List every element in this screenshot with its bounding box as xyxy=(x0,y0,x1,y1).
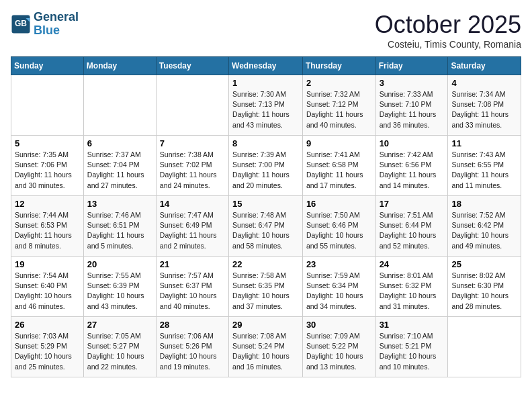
calendar-cell xyxy=(448,317,521,377)
day-number: 2 xyxy=(306,78,372,88)
day-info: Sunrise: 7:09 AM Sunset: 5:22 PM Dayligh… xyxy=(306,331,372,372)
calendar-cell: 6Sunrise: 7:37 AM Sunset: 7:04 PM Daylig… xyxy=(83,136,156,196)
day-info: Sunrise: 7:50 AM Sunset: 6:46 PM Dayligh… xyxy=(306,210,372,251)
day-info: Sunrise: 7:34 AM Sunset: 7:08 PM Dayligh… xyxy=(451,89,517,130)
logo-line2: Blue xyxy=(34,24,79,38)
calendar-cell: 31Sunrise: 7:10 AM Sunset: 5:21 PM Dayli… xyxy=(375,317,448,377)
calendar-cell: 2Sunrise: 7:32 AM Sunset: 7:12 PM Daylig… xyxy=(302,75,375,136)
weekday-header-row: SundayMondayTuesdayWednesdayThursdayFrid… xyxy=(11,57,521,75)
day-number: 28 xyxy=(160,320,225,330)
week-row-4: 19Sunrise: 7:54 AM Sunset: 6:40 PM Dayli… xyxy=(11,257,521,317)
day-number: 26 xyxy=(15,320,80,330)
week-row-2: 5Sunrise: 7:35 AM Sunset: 7:06 PM Daylig… xyxy=(11,136,521,196)
calendar-cell: 17Sunrise: 7:51 AM Sunset: 6:44 PM Dayli… xyxy=(375,196,448,257)
day-info: Sunrise: 7:37 AM Sunset: 7:04 PM Dayligh… xyxy=(87,150,152,191)
day-number: 6 xyxy=(87,138,152,148)
day-number: 15 xyxy=(232,199,299,209)
calendar-cell: 24Sunrise: 8:01 AM Sunset: 6:32 PM Dayli… xyxy=(375,257,448,317)
calendar-cell: 22Sunrise: 7:58 AM Sunset: 6:35 PM Dayli… xyxy=(229,257,303,317)
day-info: Sunrise: 7:58 AM Sunset: 6:35 PM Dayligh… xyxy=(232,271,299,312)
calendar-cell xyxy=(11,75,84,136)
day-info: Sunrise: 7:08 AM Sunset: 5:24 PM Dayligh… xyxy=(232,331,299,372)
day-info: Sunrise: 8:02 AM Sunset: 6:30 PM Dayligh… xyxy=(451,271,517,312)
calendar-table: SundayMondayTuesdayWednesdayThursdayFrid… xyxy=(11,56,521,377)
calendar-cell: 11Sunrise: 7:43 AM Sunset: 6:55 PM Dayli… xyxy=(448,136,521,196)
calendar-cell: 30Sunrise: 7:09 AM Sunset: 5:22 PM Dayli… xyxy=(302,317,375,377)
day-number: 4 xyxy=(451,78,517,88)
day-number: 16 xyxy=(306,199,372,209)
day-number: 30 xyxy=(306,320,372,330)
day-info: Sunrise: 7:48 AM Sunset: 6:47 PM Dayligh… xyxy=(232,210,299,251)
weekday-header-sunday: Sunday xyxy=(11,57,84,75)
calendar-cell: 23Sunrise: 7:59 AM Sunset: 6:34 PM Dayli… xyxy=(302,257,375,317)
calendar-cell: 12Sunrise: 7:44 AM Sunset: 6:53 PM Dayli… xyxy=(11,196,84,257)
day-number: 27 xyxy=(87,320,152,330)
calendar-cell: 8Sunrise: 7:39 AM Sunset: 7:00 PM Daylig… xyxy=(229,136,303,196)
calendar-cell: 21Sunrise: 7:57 AM Sunset: 6:37 PM Dayli… xyxy=(156,257,228,317)
day-info: Sunrise: 7:03 AM Sunset: 5:29 PM Dayligh… xyxy=(15,331,80,372)
calendar-cell: 5Sunrise: 7:35 AM Sunset: 7:06 PM Daylig… xyxy=(11,136,84,196)
day-info: Sunrise: 7:38 AM Sunset: 7:02 PM Dayligh… xyxy=(160,150,225,191)
calendar-cell: 20Sunrise: 7:55 AM Sunset: 6:39 PM Dayli… xyxy=(83,257,156,317)
day-info: Sunrise: 7:54 AM Sunset: 6:40 PM Dayligh… xyxy=(15,271,80,312)
day-number: 23 xyxy=(306,259,372,269)
day-number: 19 xyxy=(15,259,80,269)
calendar-cell: 13Sunrise: 7:46 AM Sunset: 6:51 PM Dayli… xyxy=(83,196,156,257)
day-number: 25 xyxy=(451,259,517,269)
logo-line1: General xyxy=(34,11,79,24)
day-info: Sunrise: 7:39 AM Sunset: 7:00 PM Dayligh… xyxy=(232,150,299,191)
logo-text: General Blue xyxy=(34,11,79,38)
day-number: 20 xyxy=(87,259,152,269)
weekday-header-thursday: Thursday xyxy=(302,57,375,75)
day-info: Sunrise: 7:10 AM Sunset: 5:21 PM Dayligh… xyxy=(380,331,445,372)
calendar-cell: 9Sunrise: 7:41 AM Sunset: 6:58 PM Daylig… xyxy=(302,136,375,196)
calendar-cell xyxy=(156,75,228,136)
calendar-cell xyxy=(83,75,156,136)
day-number: 31 xyxy=(380,320,445,330)
day-number: 22 xyxy=(232,259,299,269)
logo: GB General Blue xyxy=(11,11,79,38)
calendar-cell: 7Sunrise: 7:38 AM Sunset: 7:02 PM Daylig… xyxy=(156,136,228,196)
logo-icon: GB xyxy=(11,14,31,34)
month-title: October 2025 xyxy=(375,11,521,39)
location-subtitle: Costeiu, Timis County, Romania xyxy=(375,39,521,50)
week-row-1: 1Sunrise: 7:30 AM Sunset: 7:13 PM Daylig… xyxy=(11,75,521,136)
day-info: Sunrise: 7:44 AM Sunset: 6:53 PM Dayligh… xyxy=(15,210,80,251)
day-info: Sunrise: 7:41 AM Sunset: 6:58 PM Dayligh… xyxy=(306,150,372,191)
day-number: 24 xyxy=(380,259,445,269)
day-number: 11 xyxy=(451,138,517,148)
day-info: Sunrise: 7:32 AM Sunset: 7:12 PM Dayligh… xyxy=(306,89,372,130)
calendar-cell: 28Sunrise: 7:06 AM Sunset: 5:26 PM Dayli… xyxy=(156,317,228,377)
day-number: 9 xyxy=(306,138,372,148)
day-info: Sunrise: 7:46 AM Sunset: 6:51 PM Dayligh… xyxy=(87,210,152,251)
day-number: 3 xyxy=(380,78,445,88)
svg-text:GB: GB xyxy=(15,19,27,28)
day-info: Sunrise: 8:01 AM Sunset: 6:32 PM Dayligh… xyxy=(380,271,445,312)
day-info: Sunrise: 7:47 AM Sunset: 6:49 PM Dayligh… xyxy=(160,210,225,251)
day-info: Sunrise: 7:42 AM Sunset: 6:56 PM Dayligh… xyxy=(380,150,445,191)
day-info: Sunrise: 7:57 AM Sunset: 6:37 PM Dayligh… xyxy=(160,271,225,312)
page-header: GB General Blue October 2025 Costeiu, Ti… xyxy=(11,11,521,50)
calendar-cell: 27Sunrise: 7:05 AM Sunset: 5:27 PM Dayli… xyxy=(83,317,156,377)
calendar-cell: 16Sunrise: 7:50 AM Sunset: 6:46 PM Dayli… xyxy=(302,196,375,257)
weekday-header-wednesday: Wednesday xyxy=(229,57,303,75)
calendar-cell: 14Sunrise: 7:47 AM Sunset: 6:49 PM Dayli… xyxy=(156,196,228,257)
day-info: Sunrise: 7:35 AM Sunset: 7:06 PM Dayligh… xyxy=(15,150,80,191)
day-info: Sunrise: 7:05 AM Sunset: 5:27 PM Dayligh… xyxy=(87,331,152,372)
day-number: 5 xyxy=(15,138,80,148)
calendar-cell: 29Sunrise: 7:08 AM Sunset: 5:24 PM Dayli… xyxy=(229,317,303,377)
day-info: Sunrise: 7:51 AM Sunset: 6:44 PM Dayligh… xyxy=(380,210,445,251)
calendar-cell: 25Sunrise: 8:02 AM Sunset: 6:30 PM Dayli… xyxy=(448,257,521,317)
day-info: Sunrise: 7:55 AM Sunset: 6:39 PM Dayligh… xyxy=(87,271,152,312)
day-number: 17 xyxy=(380,199,445,209)
week-row-3: 12Sunrise: 7:44 AM Sunset: 6:53 PM Dayli… xyxy=(11,196,521,257)
calendar-cell: 26Sunrise: 7:03 AM Sunset: 5:29 PM Dayli… xyxy=(11,317,84,377)
calendar-cell: 3Sunrise: 7:33 AM Sunset: 7:10 PM Daylig… xyxy=(375,75,448,136)
calendar-cell: 18Sunrise: 7:52 AM Sunset: 6:42 PM Dayli… xyxy=(448,196,521,257)
day-number: 18 xyxy=(451,199,517,209)
week-row-5: 26Sunrise: 7:03 AM Sunset: 5:29 PM Dayli… xyxy=(11,317,521,377)
weekday-header-tuesday: Tuesday xyxy=(156,57,228,75)
weekday-header-monday: Monday xyxy=(83,57,156,75)
day-number: 8 xyxy=(232,138,299,148)
day-info: Sunrise: 7:52 AM Sunset: 6:42 PM Dayligh… xyxy=(451,210,517,251)
